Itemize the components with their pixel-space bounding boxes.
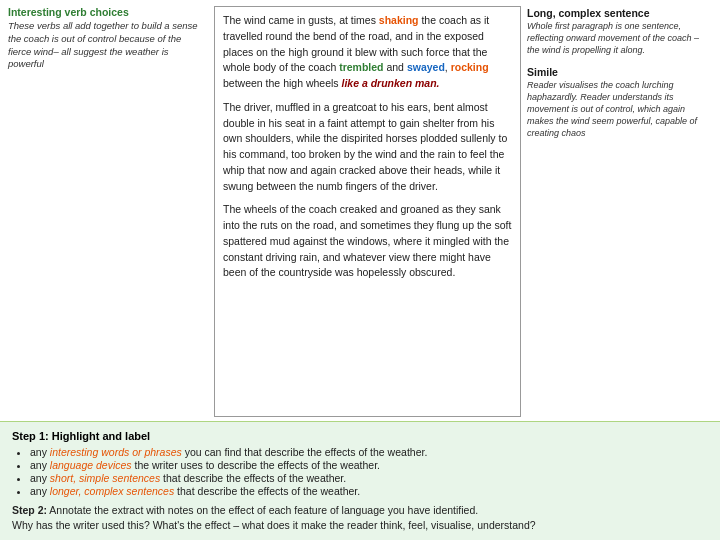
step1-item-3-highlight: short, simple sentences <box>50 472 160 484</box>
paragraph-3: The wheels of the coach creaked and groa… <box>223 202 512 281</box>
step1-label: Step 1: <box>12 430 49 442</box>
left-annotation: Interesting verb choices These verbs all… <box>8 6 208 417</box>
step1-item-4-highlight: longer, complex sentences <box>50 485 174 497</box>
step2-heading-rest: Annotate the extract with notes on the e… <box>49 504 478 516</box>
step1-item-1: any interesting words or phrases you can… <box>30 446 708 458</box>
highlight-shaking: shaking <box>379 14 419 26</box>
step1-item-4: any longer, complex sentences that descr… <box>30 485 708 497</box>
left-annotation-title: Interesting verb choices <box>8 6 202 18</box>
long-complex-title: Long, complex sentence <box>527 6 712 20</box>
step1-item-2-suffix: the writer uses to describe the effects … <box>132 459 380 471</box>
main-text-box: The wind came in gusts, at times shaking… <box>214 6 521 417</box>
step1-item-2: any language devices the writer uses to … <box>30 459 708 471</box>
bottom-section: Step 1: Highlight and label any interest… <box>0 421 720 541</box>
step1-rest: Highlight and label <box>52 430 150 442</box>
step1-heading: Step 1: Highlight and label <box>12 430 708 442</box>
page: Interesting verb choices These verbs all… <box>0 0 720 540</box>
top-section: Interesting verb choices These verbs all… <box>0 0 720 421</box>
step1-item-3: any short, simple sentences that describ… <box>30 472 708 484</box>
step1-item-3-suffix: that describe the effects of the weather… <box>160 472 346 484</box>
left-annotation-body: These verbs all add together to build a … <box>8 20 202 71</box>
right-annotation: Long, complex sentence Whole first parag… <box>527 6 712 417</box>
long-complex-body: Whole first paragraph is one sentence, r… <box>527 20 712 56</box>
highlight-trembled: trembled <box>339 61 383 73</box>
paragraph-1: The wind came in gusts, at times shaking… <box>223 13 512 92</box>
step1-item-3-prefix: any <box>30 472 50 484</box>
simile-annotation-title: Simile <box>527 65 712 79</box>
step1-item-1-suffix: you can find that describe the effects o… <box>182 446 428 458</box>
simile-phrase: like a drunken man. <box>342 77 440 89</box>
step1-item-4-prefix: any <box>30 485 50 497</box>
step1-item-4-suffix: that describe the effects of the weather… <box>174 485 360 497</box>
step2-block: Step 2: Annotate the extract with notes … <box>12 503 708 535</box>
step2-label: Step 2: <box>12 504 47 516</box>
simile-title-text: Simile <box>527 66 558 78</box>
step1-item-2-highlight: language devices <box>50 459 132 471</box>
simile-annotation: Simile Reader visualises the coach lurch… <box>527 65 712 140</box>
step1-item-2-prefix: any <box>30 459 50 471</box>
paragraph-2: The driver, muffled in a greatcoat to hi… <box>223 100 512 195</box>
long-complex-title-text: Long, complex sentence <box>527 7 650 19</box>
step1-item-1-prefix: any <box>30 446 50 458</box>
step1-list: any interesting words or phrases you can… <box>12 446 708 497</box>
simile-annotation-body: Reader visualises the coach lurching hap… <box>527 79 712 140</box>
step1-item-1-highlight: interesting words or phrases <box>50 446 182 458</box>
step2-body: Why has the writer used this? What's the… <box>12 519 536 531</box>
highlight-swayed: swayed <box>407 61 445 73</box>
long-complex-annotation: Long, complex sentence Whole first parag… <box>527 6 712 57</box>
highlight-rocking: rocking <box>451 61 489 73</box>
